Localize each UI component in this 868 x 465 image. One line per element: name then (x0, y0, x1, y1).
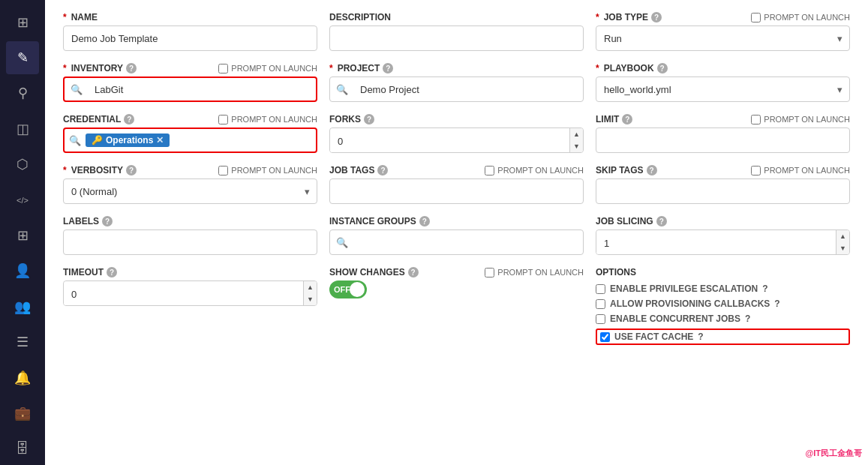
options-title: OPTIONS (596, 267, 636, 278)
sidebar-icon-layers[interactable]: ◫ (6, 112, 39, 145)
playbook-select[interactable]: hello_world.yml (596, 76, 850, 102)
sidebar-icon-users[interactable]: 👥 (6, 290, 39, 322)
credential-group: CREDENTIAL ? PROMPT ON LAUNCH 🔍 🔑 Operat… (63, 114, 317, 153)
option-fact-cache-label: USE FACT CACHE (614, 332, 693, 342)
option-fact-cache-help-icon[interactable]: ? (698, 332, 703, 342)
sidebar-icon-dashboard[interactable]: ⊞ (6, 6, 39, 38)
show-changes-prompt[interactable]: PROMPT ON LAUNCH (485, 268, 584, 278)
inventory-input[interactable] (87, 76, 310, 102)
timeout-down[interactable]: ▼ (304, 293, 317, 305)
option-provisioning-help-icon[interactable]: ? (774, 298, 779, 309)
forks-up[interactable]: ▲ (570, 128, 583, 140)
limit-prompt-checkbox[interactable] (751, 115, 761, 124)
verbosity-group: * VERBOSITY ? PROMPT ON LAUNCH 0 (Normal… (63, 165, 317, 204)
option-privilege-help-icon[interactable]: ? (762, 284, 767, 294)
forks-input[interactable] (330, 128, 569, 153)
option-concurrent-help-icon[interactable]: ? (745, 314, 750, 324)
name-input[interactable] (63, 26, 317, 51)
timeout-up[interactable]: ▲ (304, 281, 317, 293)
forks-help-icon[interactable]: ? (364, 114, 374, 124)
credential-help-icon[interactable]: ? (124, 114, 134, 124)
instance-groups-group: INSTANCE GROUPS ? 🔍 (329, 216, 584, 255)
inventory-prompt[interactable]: PROMPT ON LAUNCH (218, 64, 317, 74)
verbosity-prompt-checkbox[interactable] (218, 166, 228, 176)
inventory-search-wrap: 🔍 (63, 76, 317, 102)
verbosity-help-icon[interactable]: ? (126, 165, 137, 176)
job-type-select[interactable]: Run Check (596, 26, 850, 51)
options-section: ENABLE PRIVILEGE ESCALATION ? ALLOW PROV… (596, 284, 850, 345)
option-provisioning-checkbox[interactable] (596, 299, 605, 309)
job-tags-help-icon[interactable]: ? (377, 165, 388, 176)
show-changes-help-icon[interactable]: ? (408, 267, 419, 278)
skip-tags-prompt[interactable]: PROMPT ON LAUNCH (751, 166, 850, 176)
sidebar-icon-hierarchy[interactable]: ⬡ (6, 148, 39, 181)
option-concurrent-checkbox[interactable] (596, 314, 605, 324)
inventory-prompt-checkbox[interactable] (218, 64, 228, 74)
sidebar-icon-edit[interactable]: ✎ (6, 41, 39, 74)
sidebar-icon-bell[interactable]: 🔔 (6, 362, 39, 394)
instance-groups-search-icon: 🔍 (336, 237, 348, 248)
credential-prompt-checkbox[interactable] (218, 115, 228, 124)
job-slicing-spinner: ▲ ▼ (596, 230, 850, 255)
forks-label: FORKS ? (329, 114, 374, 124)
verbosity-select-wrap: 0 (Normal) 1 (Verbose) 2 (More Verbose) … (63, 178, 317, 204)
inventory-search-icon: 🔍 (71, 84, 83, 95)
option-provisioning-row: ALLOW PROVISIONING CALLBACKS ? (596, 298, 850, 309)
skip-tags-label: SKIP TAGS ? (596, 165, 657, 176)
project-help-icon[interactable]: ? (383, 63, 393, 74)
instance-groups-input[interactable] (353, 230, 577, 255)
credential-remove-icon[interactable]: ✕ (156, 135, 164, 146)
labels-input[interactable] (63, 230, 317, 255)
verbosity-prompt[interactable]: PROMPT ON LAUNCH (218, 166, 317, 176)
project-group: * PROJECT ? 🔍 (329, 63, 584, 102)
job-tags-group: JOB TAGS ? PROMPT ON LAUNCH (329, 165, 584, 204)
show-changes-prompt-checkbox[interactable] (485, 268, 494, 278)
playbook-group: * PLAYBOOK ? hello_world.yml (596, 63, 850, 102)
limit-help-icon[interactable]: ? (622, 114, 632, 124)
job-slicing-down[interactable]: ▼ (836, 242, 849, 254)
project-label: * PROJECT ? (329, 63, 393, 74)
sidebar-icon-code[interactable]: </> (6, 184, 39, 216)
skip-tags-input[interactable] (596, 178, 850, 204)
job-type-prompt-checkbox[interactable] (751, 13, 761, 22)
instance-groups-help-icon[interactable]: ? (419, 216, 430, 226)
option-fact-cache-checkbox[interactable] (600, 332, 610, 342)
sidebar-icon-user[interactable]: 👤 (6, 255, 39, 287)
job-slicing-label: JOB SLICING ? (596, 216, 667, 226)
option-concurrent-row: ENABLE CONCURRENT JOBS ? (596, 314, 850, 324)
sidebar-icon-grid[interactable]: ⊞ (6, 219, 39, 251)
skip-tags-help-icon[interactable]: ? (647, 165, 657, 176)
sidebar: ⊞ ✎ ⚲ ◫ ⬡ </> ⊞ 👤 👥 ☰ 🔔 💼 🗄 (0, 0, 45, 465)
sidebar-icon-briefcase[interactable]: 💼 (6, 397, 39, 429)
sidebar-icon-db[interactable]: 🗄 (6, 433, 39, 465)
timeout-arrows: ▲ ▼ (303, 281, 317, 305)
timeout-input[interactable] (64, 281, 303, 306)
playbook-help-icon[interactable]: ? (657, 63, 668, 74)
inventory-label: * INVENTORY ? (63, 63, 137, 74)
timeout-help-icon[interactable]: ? (107, 267, 117, 278)
show-changes-toggle[interactable]: OFF (329, 280, 367, 298)
verbosity-select[interactable]: 0 (Normal) 1 (Verbose) 2 (More Verbose) … (63, 178, 317, 204)
limit-prompt[interactable]: PROMPT ON LAUNCH (751, 115, 850, 124)
job-tags-prompt[interactable]: PROMPT ON LAUNCH (485, 166, 584, 176)
job-type-prompt[interactable]: PROMPT ON LAUNCH (751, 13, 850, 22)
credential-prompt[interactable]: PROMPT ON LAUNCH (218, 115, 317, 124)
forks-down[interactable]: ▼ (570, 140, 583, 152)
job-type-help-icon[interactable]: ? (651, 12, 662, 22)
options-group: OPTIONS ENABLE PRIVILEGE ESCALATION ? AL… (596, 267, 850, 345)
job-slicing-input[interactable] (596, 230, 836, 255)
playbook-label: * PLAYBOOK ? (596, 63, 668, 74)
description-input[interactable] (329, 26, 584, 51)
job-slicing-help-icon[interactable]: ? (656, 216, 667, 226)
limit-input[interactable] (596, 128, 850, 153)
skip-tags-prompt-checkbox[interactable] (751, 166, 761, 176)
project-input[interactable] (353, 76, 577, 102)
job-tags-input[interactable] (329, 178, 584, 204)
sidebar-icon-list[interactable]: ☰ (6, 326, 39, 358)
job-tags-prompt-checkbox[interactable] (485, 166, 494, 176)
sidebar-icon-search[interactable]: ⚲ (6, 77, 39, 110)
inventory-help-icon[interactable]: ? (126, 63, 137, 74)
option-privilege-checkbox[interactable] (596, 284, 605, 294)
labels-help-icon[interactable]: ? (102, 216, 113, 226)
job-slicing-up[interactable]: ▲ (836, 230, 849, 242)
